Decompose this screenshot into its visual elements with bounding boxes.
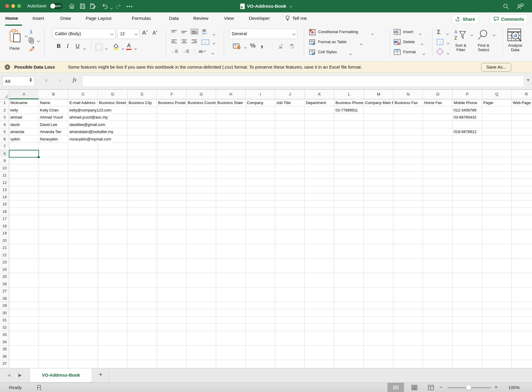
cell-K1[interactable]: Department [305, 99, 334, 107]
cell-styles-chevron-icon[interactable] [348, 51, 351, 56]
cell-A3[interactable]: ahmad [9, 114, 38, 121]
merge-center-icon[interactable]: ↔ [202, 40, 209, 45]
row-header-13[interactable]: 13 [0, 186, 9, 194]
cell-A2[interactable]: kelly [9, 107, 38, 114]
column-header-J[interactable]: J [275, 90, 305, 99]
row-header-33[interactable]: 33 [0, 331, 9, 338]
prev-sheet-arrow-icon[interactable]: ◀ [7, 372, 11, 378]
analyse-data-icon[interactable] [507, 28, 523, 42]
column-header-M[interactable]: M [364, 90, 393, 99]
document-title[interactable]: VO-Address-Book [247, 4, 286, 9]
cell-B3[interactable]: Ahmad Yusof [39, 114, 68, 121]
italic-button[interactable]: I [67, 43, 69, 49]
paste-chevron-icon[interactable] [24, 33, 27, 38]
title-chevron-icon[interactable] [290, 5, 292, 7]
undo-options-chevron-icon[interactable] [109, 5, 112, 10]
delete-chevron-icon[interactable] [420, 41, 423, 46]
cell-P3[interactable]: 03-98765432 [452, 114, 482, 121]
row-header-28[interactable]: 28 [0, 295, 9, 302]
zoom-slider-thumb[interactable] [466, 385, 471, 390]
undo-icon[interactable] [102, 3, 108, 10]
cell-A5[interactable]: amanda [9, 128, 38, 136]
merge-chevron-icon[interactable] [212, 41, 215, 45]
cell-J1[interactable]: Job Title [275, 99, 304, 107]
tab-insert[interactable]: Insert [33, 16, 44, 21]
cell-B1[interactable]: Name [39, 99, 68, 107]
cell-styles-label[interactable]: Cell Styles [318, 50, 337, 54]
next-sheet-arrow-icon[interactable]: ▶ [18, 372, 22, 378]
insert-chevron-icon[interactable] [418, 31, 421, 36]
row-header-24[interactable]: 24 [0, 266, 9, 273]
row-header-19[interactable]: 19 [0, 230, 9, 237]
font-color-icon[interactable]: A [127, 43, 131, 49]
column-header-E[interactable]: E [127, 90, 157, 99]
tab-developer[interactable]: Developer [249, 16, 270, 21]
cell-P5[interactable]: 019-5678912 [452, 128, 482, 136]
underline-chevron-icon[interactable] [82, 46, 85, 51]
cell-D1[interactable]: Business Street [98, 99, 127, 107]
cell-C4[interactable]: davidlee@gmail.com [68, 121, 106, 129]
sheet-tab-active[interactable]: VO-Address-Book [30, 368, 92, 383]
cell-I1[interactable]: Company [246, 99, 275, 107]
cell-C2[interactable]: kelly@company123.com [68, 107, 112, 114]
cell-P1[interactable]: Mobile Phone [452, 99, 482, 107]
minimize-window-button[interactable] [11, 4, 15, 8]
column-header-O[interactable]: O [423, 90, 452, 99]
cell-C1[interactable]: E-mail Address [68, 99, 98, 107]
column-header-D[interactable]: D [98, 90, 127, 99]
clear-icon[interactable] [436, 48, 443, 55]
search-icon[interactable] [502, 3, 509, 10]
borders-icon[interactable] [96, 44, 102, 50]
tab-review[interactable]: Review [193, 16, 208, 21]
insert-cells-icon[interactable] [394, 29, 401, 35]
insert-function-icon[interactable]: fx [73, 77, 77, 83]
tell-me[interactable]: Tell me [285, 15, 307, 22]
cell-A6[interactable]: syikin [9, 136, 38, 143]
format-painter-icon[interactable] [29, 46, 35, 51]
find-select-chevron-icon[interactable] [492, 33, 495, 37]
fill-chevron-icon[interactable] [446, 41, 449, 45]
decrease-font-icon[interactable]: Aˇ [153, 30, 158, 36]
format-as-table-chevron-icon[interactable] [359, 41, 362, 46]
cell-L2[interactable]: 03-77889911 [334, 107, 364, 114]
row-header-37[interactable]: 37 [0, 360, 9, 367]
format-cells-label[interactable]: Format [403, 50, 416, 54]
decrease-decimal-icon[interactable]: .00→0 [290, 44, 294, 49]
zoom-out-icon[interactable]: − [439, 384, 443, 391]
row-header-16[interactable]: 16 [0, 208, 9, 216]
sort-filter-label[interactable]: Sort &Filter [450, 43, 471, 52]
row-header-14[interactable]: 14 [0, 194, 9, 201]
home-icon[interactable] [69, 3, 75, 10]
format-chevron-icon[interactable] [421, 51, 425, 56]
person-chat-icon[interactable] [517, 3, 524, 10]
cell-M1[interactable]: Company Main Phone [364, 99, 393, 107]
comma-style-icon[interactable]: , [261, 39, 263, 49]
row-header-18[interactable]: 18 [0, 223, 9, 230]
tab-formulas[interactable]: Formulas [132, 16, 151, 21]
percent-style-icon[interactable]: % [250, 42, 256, 49]
fill-color-icon[interactable] [113, 43, 119, 50]
cell-G1[interactable]: Business Country [186, 99, 216, 107]
column-header-G[interactable]: G [186, 90, 216, 99]
cell-B2[interactable]: Kelly Chan [39, 107, 68, 114]
page-layout-view-button[interactable] [406, 383, 423, 392]
row-header-21[interactable]: 21 [0, 244, 9, 252]
copy-icon[interactable] [28, 37, 34, 44]
cell-H1[interactable]: Business State [216, 99, 245, 107]
cell-C3[interactable]: ahmad.yusof@aoc.my [68, 114, 109, 121]
number-format-select[interactable]: General [229, 28, 298, 39]
row-header-35[interactable]: 35 [0, 346, 9, 353]
column-header-Q[interactable]: Q [482, 90, 512, 99]
row-header-20[interactable]: 20 [0, 237, 9, 244]
cell-F1[interactable]: Business Postal Code [157, 99, 186, 107]
column-header-H[interactable]: H [216, 90, 246, 99]
row-header-34[interactable]: 34 [0, 338, 9, 346]
normal-view-button[interactable] [387, 383, 404, 392]
conditional-formatting-label[interactable]: Conditional Formatting [318, 30, 358, 34]
row-header-32[interactable]: 32 [0, 324, 9, 331]
font-name-select[interactable]: Calibri (Body) [52, 28, 116, 39]
zoom-level[interactable]: 100% [508, 385, 520, 390]
cell-O1[interactable]: Home Fax [423, 99, 452, 107]
decrease-indent-icon[interactable]: ←☰ [171, 49, 178, 54]
confirm-entry-icon[interactable]: ✓ [59, 78, 62, 83]
